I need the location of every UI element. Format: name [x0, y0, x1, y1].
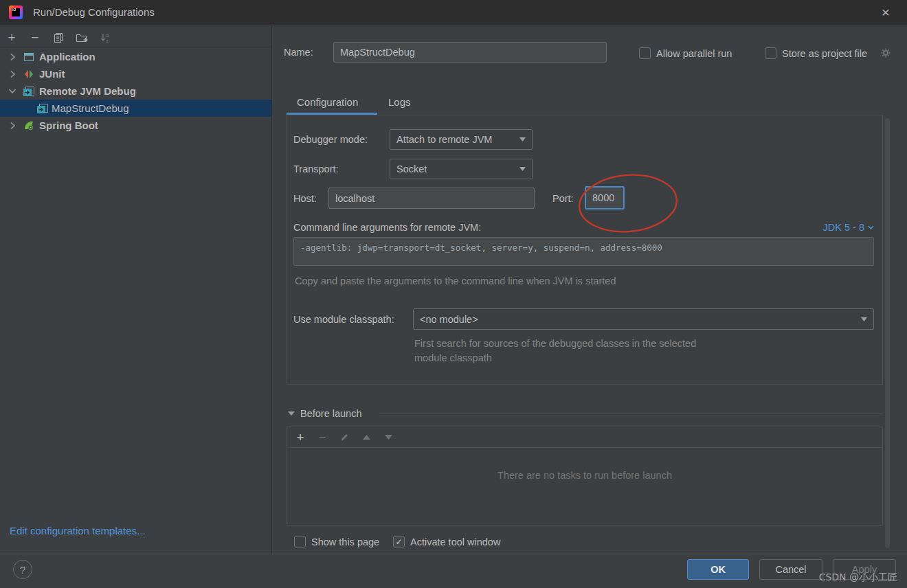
transport-select[interactable]: Socket: [390, 159, 533, 179]
checkbox-box: [765, 47, 776, 59]
debugger-mode-select[interactable]: Attach to remote JVM: [390, 129, 533, 150]
chevron-right-icon[interactable]: [7, 52, 18, 63]
jdk-version-selector[interactable]: JDK 5 - 8: [823, 222, 874, 233]
activate-tool-window-checkbox[interactable]: ✓ Activate tool window: [393, 536, 500, 547]
tree-item-remote-jvm-debug[interactable]: Remote JVM Debug: [0, 82, 271, 100]
spring-boot-icon: [23, 120, 35, 131]
show-this-page-checkbox[interactable]: Show this page: [294, 536, 379, 547]
checkbox-label: Activate tool window: [410, 536, 500, 547]
dropdown-arrow-icon: [861, 317, 867, 321]
add-configuration-icon[interactable]: +: [5, 32, 18, 44]
host-input[interactable]: localhost: [328, 188, 535, 209]
ok-button[interactable]: OK: [687, 559, 749, 580]
sort-configurations-icon: az: [99, 32, 111, 44]
new-folder-icon[interactable]: [76, 32, 88, 44]
name-label: Name:: [284, 47, 313, 58]
dropdown-arrow-icon: [519, 167, 526, 171]
checkbox-box: [294, 536, 306, 547]
move-up-icon: [360, 431, 372, 444]
before-launch-task-list: + − There are no tasks to run before lau…: [287, 427, 883, 525]
store-options-gear-icon[interactable]: [880, 47, 891, 58]
before-launch-collapse-toggle[interactable]: Before launch: [288, 408, 361, 419]
allow-parallel-run-checkbox[interactable]: Allow parallel run: [639, 47, 732, 59]
sidebar-toolbar: + − az: [5, 29, 267, 47]
chevron-down-icon: [868, 225, 874, 229]
before-launch-empty-text: There are no tasks to run before launch: [287, 470, 882, 481]
checkbox-label: Show this page: [311, 536, 379, 547]
args-hint: Copy and paste the arguments to the comm…: [295, 275, 616, 286]
sidebar-toolbar-separator: [0, 47, 271, 47]
host-label: Host:: [293, 193, 317, 204]
tree-item-junit[interactable]: JUnit: [0, 65, 271, 82]
chevron-right-icon[interactable]: [7, 120, 18, 131]
port-input[interactable]: 8000: [585, 186, 625, 210]
vertical-scrollbar[interactable]: [885, 118, 890, 548]
copy-configuration-icon[interactable]: [52, 32, 65, 44]
csdn-watermark: CSDN @小小工匠: [819, 572, 897, 584]
module-hint-line2: module classpath: [414, 352, 492, 363]
name-input[interactable]: MapStructDebug: [333, 42, 607, 63]
chevron-right-icon[interactable]: [7, 69, 18, 80]
triangle-down-icon: [288, 411, 295, 416]
application-icon: [23, 52, 35, 63]
tree-item-spring-boot[interactable]: Spring Boot: [0, 117, 271, 134]
move-down-icon: [382, 431, 394, 444]
add-task-icon[interactable]: +: [294, 431, 306, 444]
selected-value: Socket: [396, 163, 427, 174]
configurations-tree: Application JUnit Remote JVM Debug: [0, 48, 271, 134]
tree-item-mapstructdebug[interactable]: MapStructDebug: [0, 100, 271, 117]
svg-text:a: a: [107, 33, 109, 38]
window-title: Run/Debug Configurations: [33, 0, 155, 25]
checkbox-check-icon: ✓: [393, 536, 405, 547]
remote-jvm-debug-icon: [23, 86, 35, 97]
store-as-project-file-checkbox[interactable]: Store as project file: [765, 47, 867, 59]
titlebar: IJ Run/Debug Configurations ×: [0, 0, 907, 25]
module-hint-line1: First search for sources of the debugged…: [414, 338, 696, 349]
module-classpath-label: Use module classpath:: [293, 314, 394, 325]
remote-jvm-debug-icon: [36, 103, 49, 114]
debugger-mode-label: Debugger mode:: [293, 134, 368, 145]
remove-task-icon: −: [316, 431, 328, 444]
dropdown-arrow-icon: [519, 137, 526, 142]
tree-item-label: MapStructDebug: [52, 102, 129, 114]
tree-item-label: Remote JVM Debug: [39, 85, 136, 97]
checkbox-box: [639, 47, 651, 59]
before-launch-separator: [379, 414, 883, 414]
tree-item-label: Application: [39, 51, 96, 63]
edit-task-pencil-icon: [338, 431, 350, 444]
configurations-sidebar: + − az Application: [0, 25, 272, 554]
before-launch-toolbar: + −: [287, 427, 882, 448]
tree-item-label: JUnit: [39, 68, 65, 80]
dialog-footer: ? OK Cancel Apply: [0, 554, 907, 588]
tab-logs[interactable]: Logs: [388, 96, 411, 108]
checkbox-label: Store as project file: [782, 48, 867, 59]
command-line-args-field[interactable]: -agentlib: jdwp=transport=dt_socket, ser…: [293, 237, 874, 266]
intellij-idea-logo-icon: IJ: [9, 5, 23, 19]
tab-configuration[interactable]: Configuration: [297, 96, 358, 108]
cancel-button[interactable]: Cancel: [759, 559, 822, 580]
run-debug-configurations-dialog: IJ Run/Debug Configurations × + − az: [0, 0, 907, 588]
close-icon[interactable]: ×: [875, 3, 896, 22]
checkbox-label: Allow parallel run: [656, 48, 732, 59]
tree-item-label: Spring Boot: [39, 120, 98, 131]
args-label: Command line arguments for remote JVM:: [293, 222, 481, 233]
svg-text:z: z: [107, 38, 109, 43]
remove-configuration-icon[interactable]: −: [29, 32, 41, 44]
selected-value: Attach to remote JVM: [396, 134, 492, 145]
edit-configuration-templates-link[interactable]: Edit configuration templates...: [10, 525, 146, 536]
chevron-down-icon[interactable]: [7, 86, 18, 97]
junit-icon: [23, 69, 35, 80]
selected-value: <no module>: [420, 314, 478, 325]
module-classpath-select[interactable]: <no module>: [413, 308, 874, 330]
tree-item-application[interactable]: Application: [0, 48, 271, 65]
port-label: Port:: [552, 193, 574, 204]
help-button[interactable]: ?: [13, 560, 32, 579]
transport-label: Transport:: [293, 163, 339, 174]
before-launch-title: Before launch: [300, 408, 361, 419]
